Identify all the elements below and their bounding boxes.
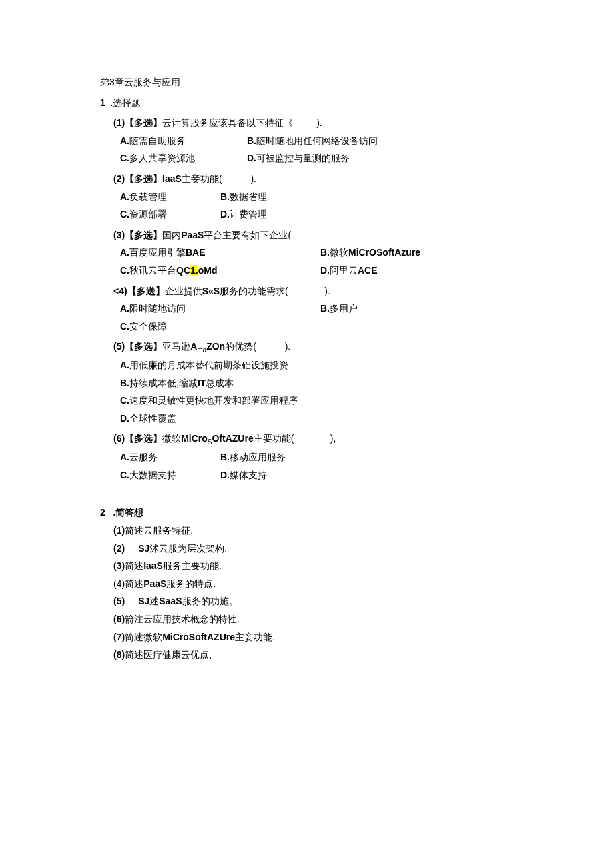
option-5d: D.全球性覆盖 — [120, 410, 614, 428]
option-4a: A.限时随地访问 — [120, 300, 320, 318]
question-2: (2)【多选】IaaS主妾功能( ). — [100, 170, 614, 188]
option-2d: D.计费管理 — [220, 205, 614, 224]
option-1c: C.多人共享资源池 — [120, 149, 247, 167]
option-3d: D.阿里云ACE — [320, 262, 614, 280]
question-1: (1)【多选】云计算股务应该具备以下特征《 ). — [100, 114, 614, 132]
question-3-options: A.百度应用引擎BAE B.微软MiCrOSoftAzure C.秋讯云平台QC… — [100, 244, 614, 279]
option-1d: D.可被监控与量测的服务 — [247, 149, 614, 167]
question-6-options: A.云服务 B.移动应用服务 C.大数据支持 D.媒体支持 — [100, 448, 614, 484]
option-6b: B.移动应用服务 — [220, 448, 614, 466]
option-6a: A.云服务 — [120, 448, 220, 466]
option-3a: A.百度应用引擎BAE — [120, 244, 320, 262]
sa-item-5: (5)SJ述SaaS服务的功施。 — [100, 592, 614, 610]
sa-item-1: (1)简述云服务特征. — [100, 522, 614, 540]
option-2c: C.资源部署 — [120, 205, 220, 224]
option-1a: A.随需自助股务 — [120, 132, 247, 150]
option-4b: B.多用户 — [320, 300, 614, 318]
option-5c: C.速度和灵敏性更快地开发和部署应用程序 — [120, 392, 614, 410]
sa-item-8: (8)简述医疗健康云优点, — [100, 646, 614, 664]
sa-item-7: (7)简述微软MiCroSoftAZUre主妾功能. — [100, 628, 614, 646]
option-5a: A.用低廉的月成本替代前期茶础设施投资 — [120, 356, 614, 374]
question-5: (5)【多选】亚马逊AmaZOn的优势( ). — [100, 338, 614, 356]
question-2-options: A.负载管理 B.数据省理 C.资源部署 D.计费管理 — [100, 188, 614, 224]
question-1-options: A.随需自助股务 B.随时随地用任何网络设备访问 C.多人共享资源池 D.可被监… — [100, 132, 614, 167]
option-2b: B.数据省理 — [220, 188, 614, 206]
question-4-options: A.限时随地访问 B.多用户 C.安全保障 — [100, 300, 614, 335]
sa-item-6: (6)箭注云应用技术柢念的特性. — [100, 610, 614, 628]
option-4c: C.安全保障 — [120, 318, 320, 336]
section-1-header: 1 .选择题 — [100, 94, 614, 112]
option-6d: D.媒体支持 — [220, 466, 614, 484]
sa-item-4: (4)简述PaaS服务的特点. — [100, 575, 614, 593]
sa-item-3: (3)简述IaaS服务主要功能. — [100, 557, 614, 575]
option-5b: B.持续成本低,缩减IT总成本 — [120, 374, 614, 392]
question-3: (3)【多选】国内PaaS平台主要有如下企业( — [100, 226, 614, 244]
sa-item-2: (2)SJ沭云服为层次架构. — [100, 540, 614, 558]
section-2-header: 2 .简答想 — [100, 504, 614, 522]
option-1b: B.随时随地用任何网络设备访问 — [247, 132, 614, 150]
question-4: <4)【多送】企业提供S«S服务的功能需求( ). — [100, 282, 614, 300]
option-3c: C.秋讯云平台QC1.oMd — [120, 262, 320, 280]
question-6: (6)【多选】微软MiCroSOftAZUre主要功能( ), — [100, 430, 614, 448]
option-2a: A.负载管理 — [120, 188, 220, 206]
option-6c: C.大数据支持 — [120, 466, 220, 484]
chapter-title: 弟3章云服务与应用 — [100, 73, 614, 91]
question-5-options: A.用低廉的月成本替代前期茶础设施投资 B.持续成本低,缩减IT总成本 C.速度… — [100, 356, 614, 427]
option-3b: B.微软MiCrOSoftAzure — [320, 244, 614, 262]
